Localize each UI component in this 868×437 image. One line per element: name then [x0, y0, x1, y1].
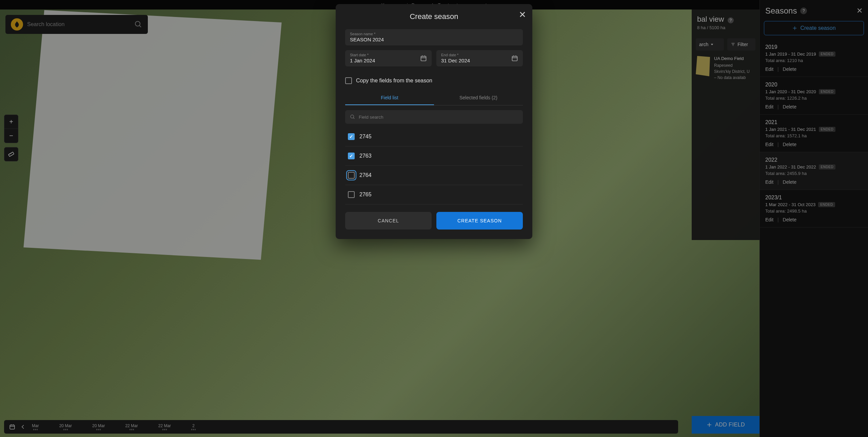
field-id: 2764 — [359, 172, 372, 178]
close-icon[interactable]: ✕ — [519, 9, 526, 20]
svg-line-26 — [353, 118, 354, 119]
tab-field-list[interactable]: Field list — [345, 91, 434, 105]
field-checkbox[interactable] — [348, 191, 355, 198]
field-row[interactable]: 2764 — [345, 166, 523, 185]
field-id: 2765 — [359, 192, 372, 198]
svg-rect-21 — [512, 56, 517, 61]
field-id: 2763 — [359, 153, 372, 159]
cancel-button[interactable]: Cancel — [345, 212, 432, 230]
svg-point-25 — [351, 115, 354, 118]
field-search-input[interactable] — [359, 115, 518, 120]
end-date-field[interactable]: End date * — [436, 50, 523, 66]
search-icon — [350, 114, 355, 120]
field-row[interactable]: 2765 — [345, 185, 523, 204]
field-id: 2745 — [359, 134, 372, 140]
calendar-icon[interactable] — [420, 55, 427, 62]
field-checkbox[interactable] — [348, 172, 355, 179]
field-row[interactable]: 2745 — [345, 127, 523, 146]
tab-selected-fields[interactable]: Selected fields (2) — [434, 91, 523, 105]
create-season-modal: ✕ Create season Season name * Start date… — [336, 4, 532, 239]
create-season-submit-button[interactable]: Create season — [436, 212, 523, 230]
season-name-field[interactable]: Season name * — [345, 29, 523, 45]
copy-fields-checkbox[interactable] — [345, 77, 352, 84]
copy-fields-label: Copy the fields from the season — [356, 78, 432, 84]
end-date-label: End date * — [441, 53, 511, 57]
calendar-icon[interactable] — [511, 55, 518, 62]
modal-title: Create season — [345, 12, 523, 21]
start-date-field[interactable]: Start date * — [345, 50, 432, 66]
svg-rect-17 — [421, 56, 426, 61]
end-date-input[interactable] — [441, 58, 511, 63]
start-date-label: Start date * — [350, 53, 420, 57]
season-name-label: Season name * — [350, 32, 518, 36]
field-checkbox[interactable] — [348, 133, 355, 140]
field-row[interactable]: 2763 — [345, 146, 523, 166]
field-search[interactable] — [345, 110, 523, 124]
start-date-input[interactable] — [350, 58, 420, 63]
season-name-input[interactable] — [350, 37, 518, 42]
field-checkbox[interactable] — [348, 153, 355, 159]
